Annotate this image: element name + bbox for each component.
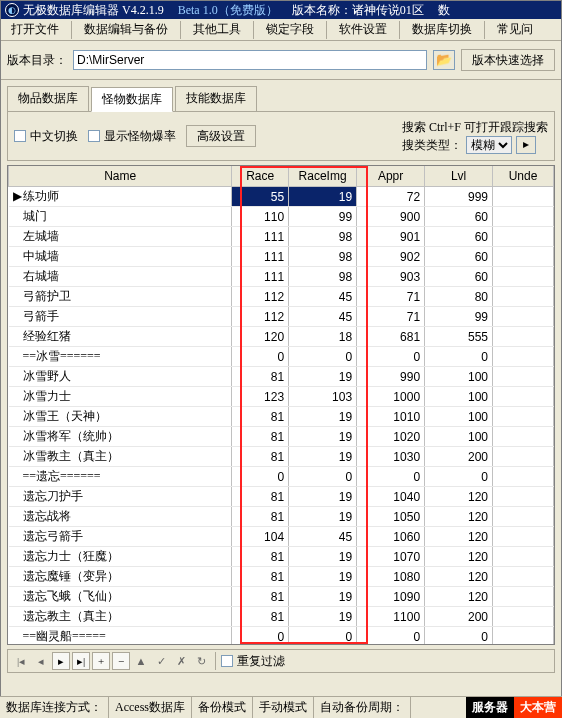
record-navigator: |◂◂▸▸|+−▲✓✗↻重复过滤 [7, 649, 555, 673]
show-drop-label: 显示怪物爆率 [104, 128, 176, 145]
browse-folder-button[interactable]: 📂 [433, 50, 455, 70]
menu-item[interactable]: 锁定字段 [256, 18, 324, 41]
tab[interactable]: 怪物数据库 [91, 87, 173, 112]
path-input[interactable] [73, 50, 427, 70]
advanced-settings-button[interactable]: 高级设置 [186, 125, 256, 147]
table-row[interactable]: 冰雪力士1231031000100 [9, 387, 554, 407]
title-bar: ◐ 无极数据库编辑器 V4.2.1.9 Beta 1.0（免费版） 版本名称：诸… [1, 1, 561, 19]
search-type-select[interactable]: 模糊 [466, 136, 512, 154]
title-text-3: 版本名称：诸神传说01区 [292, 2, 424, 19]
table-row[interactable]: 遗忘力士（狂魔）81191070120 [9, 547, 554, 567]
nav-button: ↻ [192, 652, 210, 670]
tab[interactable]: 物品数据库 [7, 86, 89, 111]
table-row[interactable]: 左城墙1119890160 [9, 227, 554, 247]
table-row[interactable]: 冰雪野人8119990100 [9, 367, 554, 387]
title-text-1: 无极数据库编辑器 V4.2.1.9 [23, 2, 164, 19]
search-area: 搜索 Ctrl+F 可打开跟踪搜索 搜类类型： 模糊 ▸ [402, 118, 548, 154]
menu-item[interactable]: 打开文件 [1, 18, 69, 41]
status-item: 备份模式 [192, 697, 253, 718]
menu-item[interactable]: 其他工具 [183, 18, 251, 41]
table-row[interactable]: 弓箭护卫112457180 [9, 287, 554, 307]
brand-logo: 服务器大本营 [466, 697, 562, 718]
column-header[interactable]: Appr [357, 166, 425, 187]
data-grid[interactable]: NameRaceRaceImgApprLvlUnde ▶练功师551972999… [7, 165, 555, 645]
cn-switch-checkbox[interactable]: 中文切换 [14, 128, 78, 145]
table-row[interactable]: 遗忘飞蛾（飞仙）81191090120 [9, 587, 554, 607]
nav-button: ◂ [32, 652, 50, 670]
table-row[interactable]: 城门1109990060 [9, 207, 554, 227]
table-row[interactable]: ==冰雪======0000 [9, 347, 554, 367]
column-header[interactable]: RaceImg [289, 166, 357, 187]
filter-panel: 中文切换 显示怪物爆率 高级设置 搜索 Ctrl+F 可打开跟踪搜索 搜类类型：… [7, 111, 555, 161]
table-row[interactable]: 冰雪王（天神）81191010100 [9, 407, 554, 427]
column-header[interactable]: Name [9, 166, 232, 187]
menu-item[interactable]: 软件设置 [329, 18, 397, 41]
table-row[interactable]: 冰雪将军（统帅）81191020100 [9, 427, 554, 447]
menu-item[interactable]: 常见问 [487, 18, 543, 41]
path-row: 版本目录： 📂 版本快速选择 [1, 41, 561, 80]
nav-button[interactable]: + [92, 652, 110, 670]
menu-item[interactable]: 数据库切换 [402, 18, 482, 41]
table-row[interactable]: ▶练功师551972999 [9, 187, 554, 207]
table-row[interactable]: 弓箭手112457199 [9, 307, 554, 327]
status-item: 数据库连接方式： [0, 697, 109, 718]
column-header[interactable]: Lvl [425, 166, 493, 187]
table-row[interactable]: ==遗忘======0000 [9, 467, 554, 487]
table-row[interactable]: 经验红猪12018681555 [9, 327, 554, 347]
tab-row: 物品数据库怪物数据库技能数据库 [1, 80, 561, 111]
nav-button: |◂ [12, 652, 30, 670]
cn-switch-label: 中文切换 [30, 128, 78, 145]
nav-button[interactable]: ▸| [72, 652, 90, 670]
table-row[interactable]: 遗忘弓箭手104451060120 [9, 527, 554, 547]
nav-button: ▲ [132, 652, 150, 670]
column-header[interactable]: Race [232, 166, 289, 187]
table-row[interactable]: 遗忘战将81191050120 [9, 507, 554, 527]
status-item: 手动模式 [253, 697, 314, 718]
nav-button[interactable]: − [112, 652, 130, 670]
search-type-label: 搜类类型： [402, 137, 462, 154]
path-label: 版本目录： [7, 52, 67, 69]
search-go-button[interactable]: ▸ [516, 136, 536, 154]
menu-bar: 打开文件数据编辑与备份其他工具锁定字段软件设置数据库切换常见问 [1, 19, 561, 41]
app-icon: ◐ [5, 3, 19, 17]
title-text-2: Beta 1.0（免费版） [178, 2, 278, 19]
table-row[interactable]: 冰雪教主（真主）81191030200 [9, 447, 554, 467]
table-row[interactable]: ==幽灵船=====0000 [9, 627, 554, 646]
table-row[interactable]: 中城墙1119890260 [9, 247, 554, 267]
table-row[interactable]: 遗忘魔锤（变异）81191080120 [9, 567, 554, 587]
nav-button[interactable]: ▸ [52, 652, 70, 670]
table-row[interactable]: 遗忘刀护手81191040120 [9, 487, 554, 507]
column-header[interactable]: Unde [493, 166, 554, 187]
tab[interactable]: 技能数据库 [175, 86, 257, 111]
table-row[interactable]: 遗忘教主（真主）81191100200 [9, 607, 554, 627]
nav-button: ✗ [172, 652, 190, 670]
repeat-filter-checkbox[interactable]: 重复过滤 [221, 653, 285, 670]
status-item: 自动备份周期： [314, 697, 411, 718]
menu-item[interactable]: 数据编辑与备份 [74, 18, 178, 41]
title-text-4: 数 [438, 2, 450, 19]
search-hint: 搜索 Ctrl+F 可打开跟踪搜索 [402, 118, 548, 136]
table-row[interactable]: 右城墙1119890360 [9, 267, 554, 287]
show-drop-checkbox[interactable]: 显示怪物爆率 [88, 128, 176, 145]
status-bar: 数据库连接方式：Access数据库备份模式手动模式自动备份周期：服务器大本营 [0, 696, 562, 718]
quick-select-button[interactable]: 版本快速选择 [461, 49, 555, 71]
status-item: Access数据库 [109, 697, 192, 718]
nav-button: ✓ [152, 652, 170, 670]
